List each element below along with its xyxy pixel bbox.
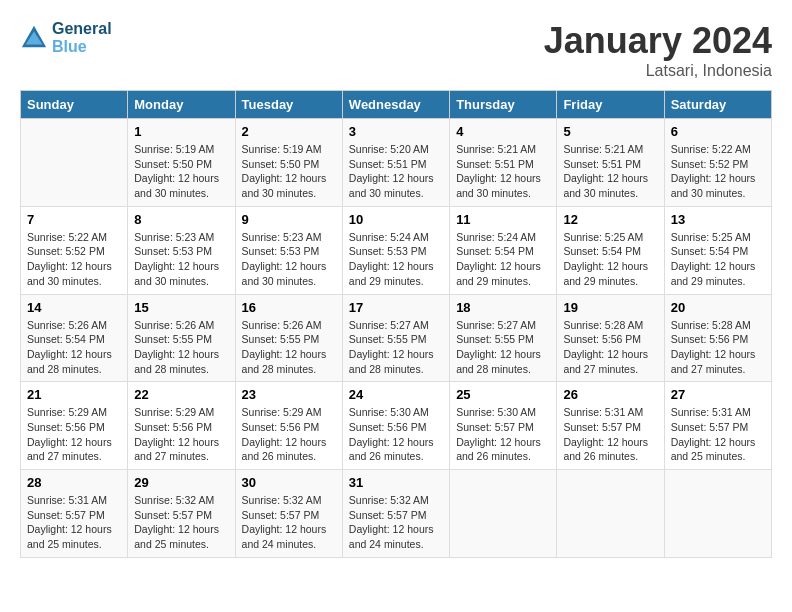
day-number: 19 bbox=[563, 300, 657, 315]
logo-text: General Blue bbox=[52, 20, 112, 56]
day-info: Sunrise: 5:31 AM Sunset: 5:57 PM Dayligh… bbox=[563, 405, 657, 464]
day-info: Sunrise: 5:19 AM Sunset: 5:50 PM Dayligh… bbox=[134, 142, 228, 201]
day-info: Sunrise: 5:29 AM Sunset: 5:56 PM Dayligh… bbox=[27, 405, 121, 464]
day-info: Sunrise: 5:27 AM Sunset: 5:55 PM Dayligh… bbox=[349, 318, 443, 377]
header-day-saturday: Saturday bbox=[664, 91, 771, 119]
day-number: 25 bbox=[456, 387, 550, 402]
logo-icon bbox=[20, 24, 48, 52]
day-info: Sunrise: 5:21 AM Sunset: 5:51 PM Dayligh… bbox=[563, 142, 657, 201]
calendar-cell: 19Sunrise: 5:28 AM Sunset: 5:56 PM Dayli… bbox=[557, 294, 664, 382]
logo: General Blue bbox=[20, 20, 112, 56]
calendar-cell: 25Sunrise: 5:30 AM Sunset: 5:57 PM Dayli… bbox=[450, 382, 557, 470]
header-row: SundayMondayTuesdayWednesdayThursdayFrid… bbox=[21, 91, 772, 119]
day-info: Sunrise: 5:31 AM Sunset: 5:57 PM Dayligh… bbox=[671, 405, 765, 464]
day-info: Sunrise: 5:22 AM Sunset: 5:52 PM Dayligh… bbox=[671, 142, 765, 201]
day-number: 10 bbox=[349, 212, 443, 227]
day-info: Sunrise: 5:30 AM Sunset: 5:56 PM Dayligh… bbox=[349, 405, 443, 464]
header-day-sunday: Sunday bbox=[21, 91, 128, 119]
day-info: Sunrise: 5:30 AM Sunset: 5:57 PM Dayligh… bbox=[456, 405, 550, 464]
day-number: 14 bbox=[27, 300, 121, 315]
day-info: Sunrise: 5:26 AM Sunset: 5:55 PM Dayligh… bbox=[242, 318, 336, 377]
day-number: 11 bbox=[456, 212, 550, 227]
week-row-3: 14Sunrise: 5:26 AM Sunset: 5:54 PM Dayli… bbox=[21, 294, 772, 382]
day-info: Sunrise: 5:25 AM Sunset: 5:54 PM Dayligh… bbox=[563, 230, 657, 289]
week-row-2: 7Sunrise: 5:22 AM Sunset: 5:52 PM Daylig… bbox=[21, 206, 772, 294]
week-row-5: 28Sunrise: 5:31 AM Sunset: 5:57 PM Dayli… bbox=[21, 470, 772, 558]
calendar-cell: 10Sunrise: 5:24 AM Sunset: 5:53 PM Dayli… bbox=[342, 206, 449, 294]
calendar-cell: 5Sunrise: 5:21 AM Sunset: 5:51 PM Daylig… bbox=[557, 119, 664, 207]
day-info: Sunrise: 5:27 AM Sunset: 5:55 PM Dayligh… bbox=[456, 318, 550, 377]
calendar-cell: 31Sunrise: 5:32 AM Sunset: 5:57 PM Dayli… bbox=[342, 470, 449, 558]
calendar-cell: 9Sunrise: 5:23 AM Sunset: 5:53 PM Daylig… bbox=[235, 206, 342, 294]
calendar-cell bbox=[557, 470, 664, 558]
day-number: 7 bbox=[27, 212, 121, 227]
day-info: Sunrise: 5:23 AM Sunset: 5:53 PM Dayligh… bbox=[134, 230, 228, 289]
header-day-friday: Friday bbox=[557, 91, 664, 119]
day-number: 3 bbox=[349, 124, 443, 139]
calendar-cell: 21Sunrise: 5:29 AM Sunset: 5:56 PM Dayli… bbox=[21, 382, 128, 470]
month-title: January 2024 bbox=[544, 20, 772, 62]
day-number: 16 bbox=[242, 300, 336, 315]
calendar-cell: 27Sunrise: 5:31 AM Sunset: 5:57 PM Dayli… bbox=[664, 382, 771, 470]
calendar-cell: 14Sunrise: 5:26 AM Sunset: 5:54 PM Dayli… bbox=[21, 294, 128, 382]
day-number: 26 bbox=[563, 387, 657, 402]
day-info: Sunrise: 5:25 AM Sunset: 5:54 PM Dayligh… bbox=[671, 230, 765, 289]
week-row-4: 21Sunrise: 5:29 AM Sunset: 5:56 PM Dayli… bbox=[21, 382, 772, 470]
calendar-body: 1Sunrise: 5:19 AM Sunset: 5:50 PM Daylig… bbox=[21, 119, 772, 558]
day-number: 17 bbox=[349, 300, 443, 315]
day-number: 30 bbox=[242, 475, 336, 490]
calendar-cell: 16Sunrise: 5:26 AM Sunset: 5:55 PM Dayli… bbox=[235, 294, 342, 382]
title-block: January 2024 Latsari, Indonesia bbox=[544, 20, 772, 80]
week-row-1: 1Sunrise: 5:19 AM Sunset: 5:50 PM Daylig… bbox=[21, 119, 772, 207]
day-info: Sunrise: 5:23 AM Sunset: 5:53 PM Dayligh… bbox=[242, 230, 336, 289]
day-number: 8 bbox=[134, 212, 228, 227]
day-number: 6 bbox=[671, 124, 765, 139]
day-number: 27 bbox=[671, 387, 765, 402]
day-number: 9 bbox=[242, 212, 336, 227]
day-number: 28 bbox=[27, 475, 121, 490]
calendar-cell: 28Sunrise: 5:31 AM Sunset: 5:57 PM Dayli… bbox=[21, 470, 128, 558]
day-info: Sunrise: 5:28 AM Sunset: 5:56 PM Dayligh… bbox=[671, 318, 765, 377]
day-number: 5 bbox=[563, 124, 657, 139]
calendar-cell: 3Sunrise: 5:20 AM Sunset: 5:51 PM Daylig… bbox=[342, 119, 449, 207]
day-number: 29 bbox=[134, 475, 228, 490]
calendar-cell: 23Sunrise: 5:29 AM Sunset: 5:56 PM Dayli… bbox=[235, 382, 342, 470]
day-info: Sunrise: 5:32 AM Sunset: 5:57 PM Dayligh… bbox=[242, 493, 336, 552]
day-info: Sunrise: 5:24 AM Sunset: 5:54 PM Dayligh… bbox=[456, 230, 550, 289]
calendar-cell bbox=[21, 119, 128, 207]
day-info: Sunrise: 5:28 AM Sunset: 5:56 PM Dayligh… bbox=[563, 318, 657, 377]
day-info: Sunrise: 5:29 AM Sunset: 5:56 PM Dayligh… bbox=[242, 405, 336, 464]
header-day-thursday: Thursday bbox=[450, 91, 557, 119]
calendar-cell: 24Sunrise: 5:30 AM Sunset: 5:56 PM Dayli… bbox=[342, 382, 449, 470]
calendar-cell: 11Sunrise: 5:24 AM Sunset: 5:54 PM Dayli… bbox=[450, 206, 557, 294]
day-info: Sunrise: 5:32 AM Sunset: 5:57 PM Dayligh… bbox=[349, 493, 443, 552]
calendar-cell: 20Sunrise: 5:28 AM Sunset: 5:56 PM Dayli… bbox=[664, 294, 771, 382]
day-number: 18 bbox=[456, 300, 550, 315]
calendar-cell: 12Sunrise: 5:25 AM Sunset: 5:54 PM Dayli… bbox=[557, 206, 664, 294]
calendar-cell bbox=[664, 470, 771, 558]
calendar-cell: 1Sunrise: 5:19 AM Sunset: 5:50 PM Daylig… bbox=[128, 119, 235, 207]
calendar-table: SundayMondayTuesdayWednesdayThursdayFrid… bbox=[20, 90, 772, 558]
calendar-cell: 18Sunrise: 5:27 AM Sunset: 5:55 PM Dayli… bbox=[450, 294, 557, 382]
calendar-cell: 22Sunrise: 5:29 AM Sunset: 5:56 PM Dayli… bbox=[128, 382, 235, 470]
day-number: 20 bbox=[671, 300, 765, 315]
day-number: 23 bbox=[242, 387, 336, 402]
day-info: Sunrise: 5:22 AM Sunset: 5:52 PM Dayligh… bbox=[27, 230, 121, 289]
day-number: 31 bbox=[349, 475, 443, 490]
calendar-cell: 2Sunrise: 5:19 AM Sunset: 5:50 PM Daylig… bbox=[235, 119, 342, 207]
day-number: 12 bbox=[563, 212, 657, 227]
day-number: 22 bbox=[134, 387, 228, 402]
calendar-cell: 17Sunrise: 5:27 AM Sunset: 5:55 PM Dayli… bbox=[342, 294, 449, 382]
day-info: Sunrise: 5:26 AM Sunset: 5:55 PM Dayligh… bbox=[134, 318, 228, 377]
calendar-cell: 7Sunrise: 5:22 AM Sunset: 5:52 PM Daylig… bbox=[21, 206, 128, 294]
day-info: Sunrise: 5:20 AM Sunset: 5:51 PM Dayligh… bbox=[349, 142, 443, 201]
day-number: 24 bbox=[349, 387, 443, 402]
location: Latsari, Indonesia bbox=[544, 62, 772, 80]
day-number: 13 bbox=[671, 212, 765, 227]
calendar-cell: 15Sunrise: 5:26 AM Sunset: 5:55 PM Dayli… bbox=[128, 294, 235, 382]
day-info: Sunrise: 5:29 AM Sunset: 5:56 PM Dayligh… bbox=[134, 405, 228, 464]
calendar-cell: 26Sunrise: 5:31 AM Sunset: 5:57 PM Dayli… bbox=[557, 382, 664, 470]
calendar-cell: 29Sunrise: 5:32 AM Sunset: 5:57 PM Dayli… bbox=[128, 470, 235, 558]
calendar-cell: 13Sunrise: 5:25 AM Sunset: 5:54 PM Dayli… bbox=[664, 206, 771, 294]
calendar-cell: 8Sunrise: 5:23 AM Sunset: 5:53 PM Daylig… bbox=[128, 206, 235, 294]
